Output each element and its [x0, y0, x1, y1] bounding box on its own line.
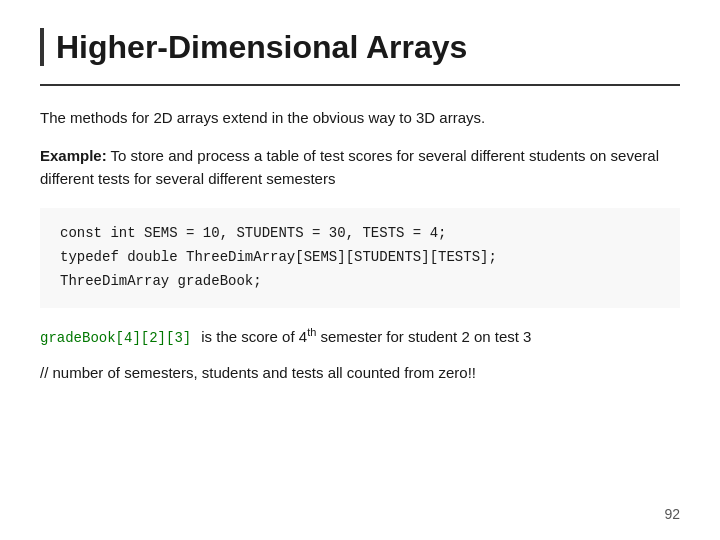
- code-line-2: typedef double ThreeDimArray[SEMS][STUDE…: [60, 246, 660, 270]
- grade-desc-part1: is the score of 4: [201, 328, 307, 345]
- grade-ref: gradeBook[4][2][3]: [40, 330, 191, 346]
- page-number: 92: [664, 506, 680, 522]
- code-line-1: const int SEMS = 10, STUDENTS = 30, TEST…: [60, 222, 660, 246]
- divider: [40, 84, 680, 86]
- example-description: To store and process a table of test sco…: [40, 147, 659, 187]
- code-line-3: ThreeDimArray gradeBook;: [60, 270, 660, 294]
- slide-container: Higher-Dimensional Arrays The methods fo…: [0, 0, 720, 540]
- title-section: Higher-Dimensional Arrays: [40, 28, 680, 66]
- slide-title: Higher-Dimensional Arrays: [56, 28, 680, 66]
- example-label: Example:: [40, 147, 107, 164]
- grade-description: gradeBook[4][2][3] is the score of 4th s…: [40, 326, 680, 346]
- intro-text: The methods for 2D arrays extend in the …: [40, 106, 680, 129]
- grade-th: th: [307, 326, 316, 338]
- comment-line: // number of semesters, students and tes…: [40, 364, 680, 381]
- example-text: Example: To store and process a table of…: [40, 144, 680, 191]
- code-block: const int SEMS = 10, STUDENTS = 30, TEST…: [40, 208, 680, 307]
- grade-desc-part2: semester for student 2 on test 3: [316, 328, 531, 345]
- grade-desc: is the score of 4th semester for student…: [201, 326, 531, 345]
